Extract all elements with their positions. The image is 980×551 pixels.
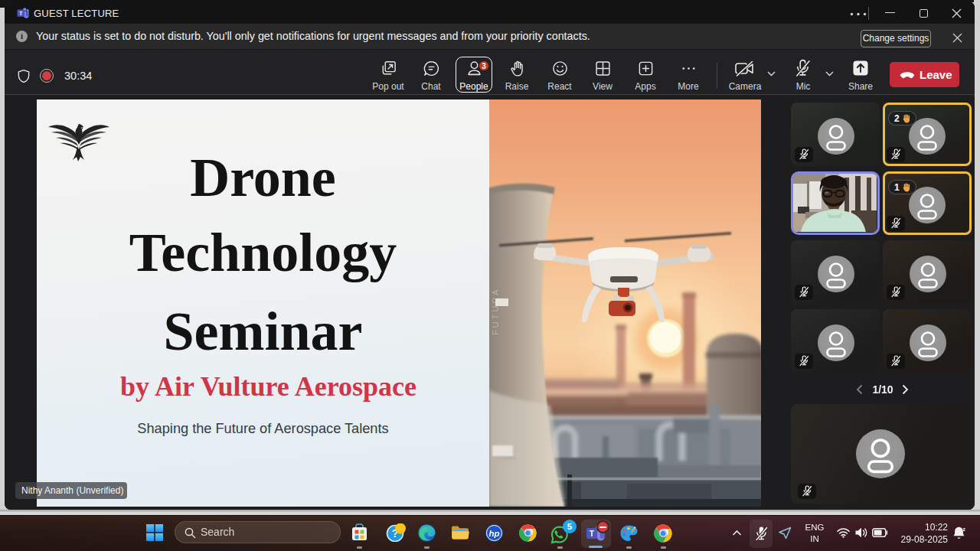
- svg-text:T: T: [590, 529, 595, 538]
- svg-text:FUTURA: FUTURA: [491, 287, 500, 335]
- svg-text:T: T: [19, 10, 23, 17]
- svg-text:z: z: [963, 527, 966, 532]
- svg-text:hp: hp: [488, 529, 499, 538]
